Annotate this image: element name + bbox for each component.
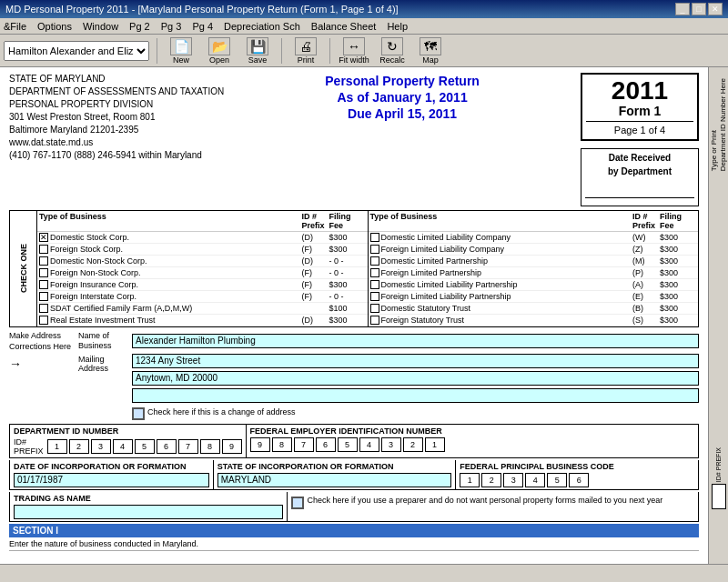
fit-width-icon: ↔	[343, 37, 365, 55]
separator-3	[329, 38, 330, 64]
fed-num-4[interactable]: 6	[316, 437, 336, 452]
recalc-button[interactable]: ↻ Recalc	[376, 37, 409, 65]
dept-num-8[interactable]: 8	[200, 439, 220, 454]
check-one-area: CHECK ONE	[10, 211, 37, 326]
section-i-note-text: Enter the nature of business conducted i…	[9, 539, 198, 548]
fit-width-button[interactable]: ↔ Fit width	[338, 37, 370, 65]
trading-name-input[interactable]	[14, 505, 283, 519]
fed-num-8[interactable]: 2	[403, 437, 423, 452]
address-line3-input[interactable]	[132, 388, 699, 403]
fed-num-3[interactable]: 7	[294, 437, 314, 452]
new-button[interactable]: 📄 New	[165, 37, 197, 65]
fed-num-7[interactable]: 3	[381, 437, 401, 452]
id-prefix-box[interactable]	[712, 484, 726, 509]
id-prefix-label: ID#PREFIX	[14, 437, 44, 456]
print-button[interactable]: 🖨 Print	[289, 37, 322, 65]
open-button[interactable]: 📂 Open	[203, 37, 236, 65]
page-label: Page 1 of 4	[586, 125, 693, 135]
maximize-button[interactable]: □	[692, 3, 706, 15]
menu-file[interactable]: &File	[4, 21, 26, 32]
left-col-header: Type of Business ID #Prefix FilingFee	[37, 211, 368, 232]
mailing-address-fields: 1234 Any Street Anytown, MD 20000	[132, 354, 699, 406]
business-name-input[interactable]: Alexander Hamilton Plumbing	[132, 334, 699, 348]
map-icon: 🗺	[420, 37, 441, 55]
biz-checkbox-6[interactable]	[39, 304, 48, 313]
biz-checkbox-3[interactable]	[39, 268, 48, 277]
dept-num-5[interactable]: 5	[135, 439, 155, 454]
biz-r-checkbox-3[interactable]	[370, 268, 379, 277]
header-section: STATE OF MARYLAND DEPARTMENT OF ASSESSME…	[9, 73, 699, 206]
biz-checkbox-2[interactable]	[39, 256, 48, 266]
fp-num-4[interactable]: 4	[525, 473, 545, 487]
dept-num-2[interactable]: 2	[69, 439, 89, 454]
biz-checkbox-4[interactable]	[39, 280, 48, 289]
biz-checkbox-5[interactable]	[39, 292, 48, 301]
biz-checkbox-1[interactable]	[39, 245, 48, 254]
arrow-right: →	[9, 356, 73, 372]
fp-num-6[interactable]: 6	[569, 473, 589, 487]
fed-num-1[interactable]: 9	[250, 437, 270, 452]
menu-options[interactable]: Options	[37, 21, 72, 32]
fed-num-2[interactable]: 8	[272, 437, 292, 452]
fed-num-6[interactable]: 4	[359, 437, 379, 452]
list-item: Foreign Limited Liability Partnership (E…	[369, 291, 699, 303]
preparer-check-row: Check here if you use a preparer and do …	[291, 496, 694, 509]
preparer-checkbox[interactable]	[291, 497, 304, 509]
date-incorp-input[interactable]: 01/17/1987	[14, 473, 209, 487]
fp-num-5[interactable]: 5	[547, 473, 567, 487]
fed-num-5[interactable]: 5	[338, 437, 358, 452]
list-item: Domestic Non-Stock Corp. (D)- 0 -	[37, 256, 368, 267]
dept-num-3[interactable]: 3	[91, 439, 111, 454]
fp-num-1[interactable]: 1	[460, 473, 480, 487]
list-item: Foreign Stock Corp. (F)$300	[37, 244, 368, 256]
biz-r-checkbox-1[interactable]	[370, 245, 379, 254]
dept-num-1[interactable]: 1	[47, 439, 67, 454]
entity-selector[interactable]: Hamilton Alexander and Eliza	[4, 41, 149, 61]
menu-pg2[interactable]: Pg 2	[129, 21, 150, 32]
biz-r-checkbox-2[interactable]	[370, 256, 379, 266]
mailing-address-label: MailingAddress	[78, 355, 128, 375]
biz-r-checkbox-7[interactable]	[370, 316, 379, 325]
menu-balance[interactable]: Balance Sheet	[311, 21, 377, 32]
list-item: Foreign Limited Partnership (P)$300	[369, 267, 699, 279]
map-button[interactable]: 🗺 Map	[414, 37, 447, 65]
close-button[interactable]: ✕	[708, 3, 723, 15]
state-incorp-input[interactable]: MARYLAND	[217, 473, 452, 487]
address-line1-input[interactable]: 1234 Any Street	[132, 354, 699, 368]
minimize-button[interactable]: _	[675, 3, 690, 15]
dept-num-6[interactable]: 6	[157, 439, 177, 454]
business-type-table: CHECK ONE Type of Business ID #Prefix Fi…	[9, 210, 699, 327]
biz-r-checkbox-0[interactable]	[370, 233, 379, 242]
fp-num-3[interactable]: 3	[503, 473, 523, 487]
dept-num-9[interactable]: 9	[222, 439, 242, 454]
status-bar	[0, 564, 728, 582]
address-block: STATE OF MARYLAND DEPARTMENT OF ASSESSME…	[9, 73, 224, 206]
menu-help[interactable]: Help	[387, 21, 408, 32]
fp-num-2[interactable]: 2	[481, 473, 501, 487]
fed-num-9[interactable]: 1	[425, 437, 445, 452]
form-area: STATE OF MARYLAND DEPARTMENT OF ASSESSME…	[0, 67, 708, 564]
biz-r-checkbox-4[interactable]	[370, 280, 379, 289]
save-button[interactable]: 💾 Save	[241, 37, 274, 65]
biz-r-checkbox-6[interactable]	[370, 304, 379, 313]
biz-checkbox-7[interactable]	[39, 316, 48, 325]
address-line7: (410) 767-1170 (888) 246-5941 within Mar…	[9, 149, 224, 162]
menu-pg4[interactable]: Pg 4	[192, 21, 213, 32]
right-biz-column: Type of Business ID #Prefix FilingFee Do…	[369, 211, 699, 326]
dept-id-section: DEPARTMENT ID NUMBER ID#PREFIX 1 2 3 4 5…	[10, 425, 247, 457]
address-line2-input[interactable]: Anytown, MD 20000	[132, 371, 699, 386]
id-prefix-sidebar-label: ID# PREFIX	[715, 447, 722, 482]
change-address-check: Check here if this is a change of addres…	[132, 407, 296, 420]
right-fee-header: FilingFee	[660, 212, 696, 230]
biz-checkbox-0[interactable]: ✕	[39, 233, 48, 242]
name-of-biz-label: Name ofBusiness	[78, 331, 128, 351]
change-address-checkbox[interactable]	[132, 407, 145, 420]
date-received-label1: Date Received	[585, 153, 694, 163]
menu-pg3[interactable]: Pg 3	[161, 21, 182, 32]
date-state-fed-section: DATE OF INCORPORATION OR FORMATION 01/17…	[9, 460, 699, 490]
dept-num-7[interactable]: 7	[178, 439, 198, 454]
biz-r-checkbox-5[interactable]	[370, 292, 379, 301]
menu-window[interactable]: Window	[83, 21, 118, 32]
menu-depreciation[interactable]: Depreciation Sch	[224, 21, 300, 32]
dept-num-4[interactable]: 4	[113, 439, 133, 454]
